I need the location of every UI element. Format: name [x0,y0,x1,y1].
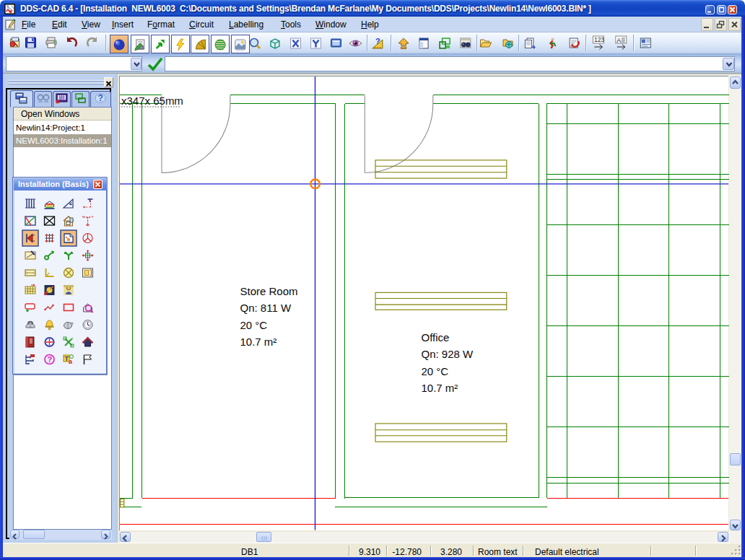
svg-text:Qn: 811 W: Qn: 811 W [240,302,291,314]
svg-text:?: ? [98,93,103,103]
svg-text:Store Room: Store Room [240,284,297,297]
svg-text:Qn: 928 W: Qn: 928 W [421,348,474,360]
svg-text:?: ? [48,355,53,364]
svg-text:a: a [69,358,73,365]
svg-text:123: 123 [594,36,604,43]
svg-text:x347x 65mm: x347x 65mm [121,95,183,107]
svg-text:10.7 m²: 10.7 m² [240,336,276,348]
svg-text:20 °C: 20 °C [240,318,267,331]
svg-text:10.7 m²: 10.7 m² [421,382,458,394]
svg-text:Office: Office [421,331,449,343]
svg-text:?: ? [375,37,380,45]
svg-text:A: A [617,37,621,44]
svg-text:20 °C: 20 °C [421,364,448,377]
